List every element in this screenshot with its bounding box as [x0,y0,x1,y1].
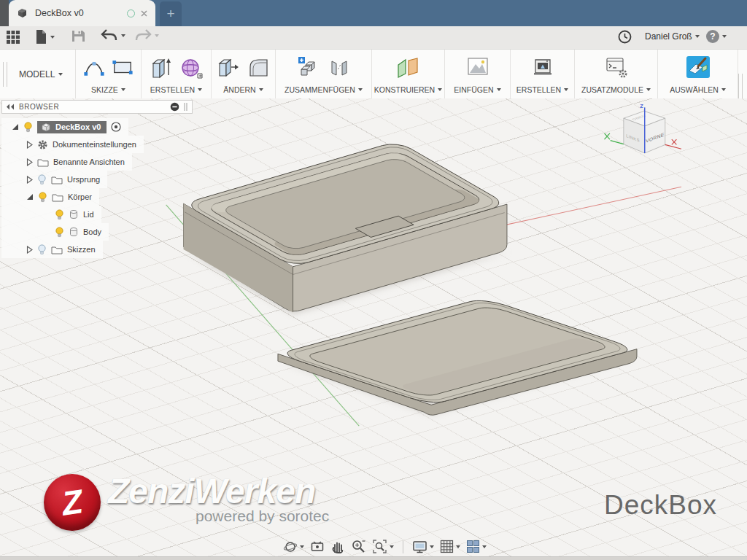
ribbon-right-grip-icon[interactable] [738,74,743,98]
folder-icon [37,158,49,167]
pan-button[interactable] [330,540,345,554]
ribbon-group-label-fertigen[interactable]: ERSTELLEN [516,85,568,94]
close-tab-icon[interactable] [140,9,148,18]
tree-row-body-body[interactable]: Body [1,223,109,241]
tree-row-bodies-folder[interactable]: Körper [1,188,99,206]
fit-button[interactable] [372,539,394,554]
job-status-button[interactable] [618,30,632,44]
display-settings-button[interactable] [412,540,434,554]
collapsed-arrow-icon[interactable] [26,246,33,254]
save-button[interactable] [71,29,85,43]
view-cube[interactable]: OBEN LINKS VORNE Z [605,103,682,153]
panel-resize-grip-icon[interactable] [183,102,188,112]
press-pull-icon[interactable] [217,55,240,79]
tree-row-root-component[interactable]: DeckBox v0 [1,118,128,136]
root-component-chip[interactable]: DeckBox v0 [37,121,107,133]
navigation-toolbar [283,539,487,554]
insert-image-icon[interactable] [465,56,490,78]
visibility-bulb-off-icon[interactable] [37,244,47,255]
visibility-bulb-on-icon[interactable] [38,192,47,203]
activate-component-radio-icon[interactable] [111,122,121,132]
look-at-button[interactable] [310,540,325,554]
expanded-arrow-icon[interactable] [12,123,19,131]
model-lid[interactable] [278,298,637,416]
document-tab-bar: DeckBox v0 + [0,0,747,26]
new-tab-button[interactable]: + [160,1,182,26]
tree-row-origin[interactable]: Ursprung [1,171,107,188]
visibility-bulb-on-icon[interactable] [23,122,33,133]
tree-row-body-lid[interactable]: Lid [1,206,101,223]
fertigen-caret-icon [564,88,568,91]
viewports-button[interactable] [466,540,487,553]
form-icon[interactable] [179,55,203,79]
scripts-addins-icon[interactable] [604,55,629,79]
file-menu-button[interactable] [34,29,55,44]
ribbon-group-label-einfuegen[interactable]: EINFÜGEN [454,85,500,94]
app-launcher-button[interactable] [6,29,20,44]
browser-header[interactable]: BROWSER [1,100,193,114]
aendern-caret-icon [259,88,263,91]
ribbon-group-fertigen: ERSTELLEN [511,50,575,98]
collapsed-arrow-icon[interactable] [26,176,33,184]
visibility-bulb-on-icon[interactable] [55,227,64,238]
ribbon-group-label-zusammenfuegen[interactable]: ZUSAMMENFÜGEN [285,85,363,94]
zoom-icon [351,539,366,554]
model-caption: DeckBox [604,490,717,521]
tree-row-named-views[interactable]: Benannte Ansichten [1,153,132,171]
x-axis-line [495,187,681,227]
document-tab[interactable]: DeckBox v0 [9,0,155,26]
orbit-icon [283,540,298,554]
tree-label: Body [83,228,101,236]
viewcube-z-label: Z [640,103,643,109]
help-menu[interactable]: ? [706,30,727,43]
viewports-icon [466,540,480,553]
collapsed-arrow-icon[interactable] [26,158,33,166]
tree-row-sketches-folder[interactable]: Skizzen [1,241,103,258]
ribbon-group-label-zusatzmodule[interactable]: ZUSATZMODULE [581,85,651,94]
joint-icon[interactable] [327,55,352,79]
sketch-spline-icon[interactable] [83,55,105,79]
select-icon[interactable] [685,55,711,79]
ribbon-grip-icon[interactable] [3,62,7,87]
extrude-icon[interactable] [150,55,173,79]
bottom-edge-strip [0,556,747,560]
construction-plane-icon[interactable] [395,55,422,79]
visibility-bulb-off-icon[interactable] [37,174,47,185]
sketch-rectangle-icon[interactable] [112,55,133,79]
zoom-button[interactable] [351,539,366,554]
collapsed-arrow-icon[interactable] [26,141,33,149]
collapse-panel-icon[interactable] [6,104,15,110]
ribbon-group-label-skizze[interactable]: SKIZZE [91,85,125,94]
new-component-icon[interactable] [295,55,320,79]
print-3d-icon[interactable] [531,55,554,79]
expanded-arrow-icon[interactable] [26,193,34,201]
user-account-menu[interactable]: Daniel Groß [645,31,700,42]
workspace-switcher[interactable]: MODELL [0,50,76,98]
visibility-bulb-on-icon[interactable] [55,209,64,220]
grid-snap-button[interactable] [440,540,460,553]
orbit-button[interactable] [283,540,304,554]
quick-access-toolbar: Daniel Groß ? [0,26,747,50]
tree-label: Skizzen [67,245,96,254]
display-settings-icon [412,540,427,554]
viewcube-y-marker-icon [605,133,610,139]
user-menu-caret-icon [695,35,700,38]
viewports-caret-icon [482,545,487,548]
redo-button[interactable] [134,29,159,42]
model-body[interactable] [184,141,507,313]
undo-button[interactable] [101,29,125,42]
watermark: Z ZenziWerken powered by sorotec [44,474,329,531]
ribbon-group-label-aendern[interactable]: ÄNDERN [223,85,263,94]
ribbon-group-label-konstruieren[interactable]: KONSTRUIEREN [374,85,442,94]
ribbon-group-aendern: ÄNDERN [212,50,276,98]
sync-status-icon [127,9,135,18]
ribbon-group-label-erstellen[interactable]: ERSTELLEN [150,85,202,94]
tree-label: Benannte Ansichten [53,158,125,166]
zusatzmodule-caret-icon [646,88,651,91]
panel-minimize-icon[interactable] [170,102,179,112]
fusion360-window: DeckBox v0 + [0,0,747,560]
fit-caret-icon [390,545,394,548]
tree-row-document-settings[interactable]: Dokumenteinstellungen [1,136,144,153]
ribbon-group-label-auswaehlen[interactable]: AUSWÄHLEN [670,85,726,94]
fillet-icon[interactable] [247,55,270,79]
